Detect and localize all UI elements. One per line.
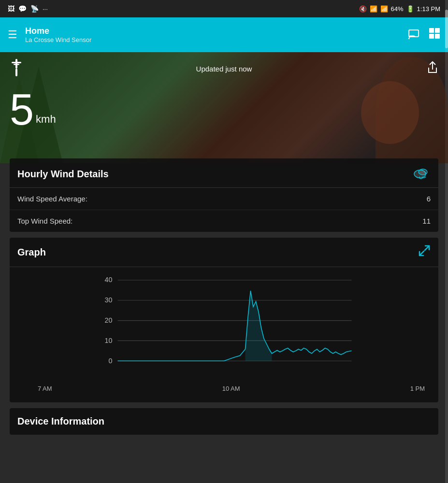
cast-icon[interactable] — [408, 28, 421, 42]
clock: 1:13 PM — [417, 5, 440, 13]
image-status-icon: 🖼 — [8, 5, 14, 13]
signal-icon: 📶 — [380, 5, 388, 13]
message-status-icon: 💬 — [18, 5, 27, 13]
menu-button[interactable]: ☰ — [8, 28, 17, 41]
svg-text:30: 30 — [105, 296, 113, 304]
header-right — [408, 28, 440, 42]
app-title: Home — [25, 26, 91, 36]
svg-rect-4 — [429, 34, 434, 39]
wind-graph: 40 30 20 10 0 — [14, 275, 434, 381]
svg-text:40: 40 — [105, 276, 113, 284]
app-subtitle: La Crosse Wind Sensor — [25, 36, 91, 43]
expand-icon[interactable] — [418, 244, 431, 260]
status-info-right: 🔇 📶 📶 64% 🔋 1:13 PM — [359, 5, 440, 13]
svg-rect-8 — [14, 64, 19, 65]
device-info-card: Device Information — [10, 408, 438, 435]
wind-sensor-icon — [10, 59, 23, 78]
svg-text:20: 20 — [105, 316, 113, 324]
graph-card-header: Graph — [10, 238, 438, 267]
hourly-card-header: Hourly Wind Details — [10, 158, 438, 188]
wind-weather-icon — [412, 166, 431, 182]
svg-text:10: 10 — [105, 337, 113, 344]
more-status-icon: ··· — [43, 5, 48, 13]
weather-background: Updated just now 5 kmh — [0, 52, 448, 163]
battery-icon: 🔋 — [406, 5, 414, 13]
svg-text:0: 0 — [109, 357, 113, 365]
top-wind-speed-row: Top Wind Speed: 11 — [10, 210, 438, 232]
grid-icon[interactable] — [429, 28, 440, 42]
wifi-icon: 📶 — [370, 5, 377, 13]
device-card-header: Device Information — [10, 408, 438, 435]
x-label-7am: 7 AM — [38, 385, 52, 392]
graph-card: Graph — [10, 238, 438, 402]
scroll-thumb[interactable] — [445, 10, 448, 48]
x-label-1pm: 1 PM — [410, 385, 425, 392]
svg-rect-3 — [435, 28, 440, 33]
mute-icon: 🔇 — [359, 5, 367, 13]
svg-rect-5 — [435, 34, 440, 39]
wind-speed-avg-value: 6 — [427, 195, 431, 203]
status-icons-left: 🖼 💬 📡 ··· — [8, 5, 48, 13]
header-title-block: Home La Crosse Wind Sensor — [25, 26, 91, 43]
status-bar: 🖼 💬 📡 ··· 🔇 📶 📶 64% 🔋 1:13 PM — [0, 0, 448, 17]
wind-speed-unit: kmh — [36, 113, 56, 126]
updated-text: Updated just now — [196, 65, 252, 73]
svg-rect-7 — [12, 62, 21, 63]
device-card-title: Device Information — [17, 416, 104, 427]
hourly-card-title: Hourly Wind Details — [17, 169, 109, 180]
svg-rect-9 — [15, 69, 17, 76]
wind-speed-display: 5 kmh — [0, 78, 448, 131]
wind-speed-avg-label: Wind Speed Average: — [17, 195, 87, 203]
cast-status-icon: 📡 — [30, 5, 39, 13]
graph-x-labels: 7 AM 10 AM 1 PM — [14, 383, 434, 392]
graph-title: Graph — [17, 247, 46, 258]
app-header: ☰ Home La Crosse Wind Sensor — [0, 17, 448, 52]
header-left: ☰ Home La Crosse Wind Sensor — [8, 26, 91, 43]
top-wind-speed-value: 11 — [422, 217, 431, 225]
wind-speed-value: 5 — [10, 88, 34, 131]
x-label-10am: 10 AM — [222, 385, 240, 392]
svg-point-11 — [419, 169, 427, 175]
wind-speed-avg-row: Wind Speed Average: 6 — [10, 188, 438, 210]
share-icon[interactable] — [427, 61, 438, 76]
top-wind-speed-label: Top Wind Speed: — [17, 217, 72, 225]
hourly-wind-card: Hourly Wind Details Wind Speed Average: … — [10, 158, 438, 232]
graph-area: 40 30 20 10 0 7 AM 10 AM 1 PM — [10, 267, 438, 402]
svg-rect-2 — [429, 28, 434, 33]
battery-percent: 64% — [391, 5, 404, 13]
